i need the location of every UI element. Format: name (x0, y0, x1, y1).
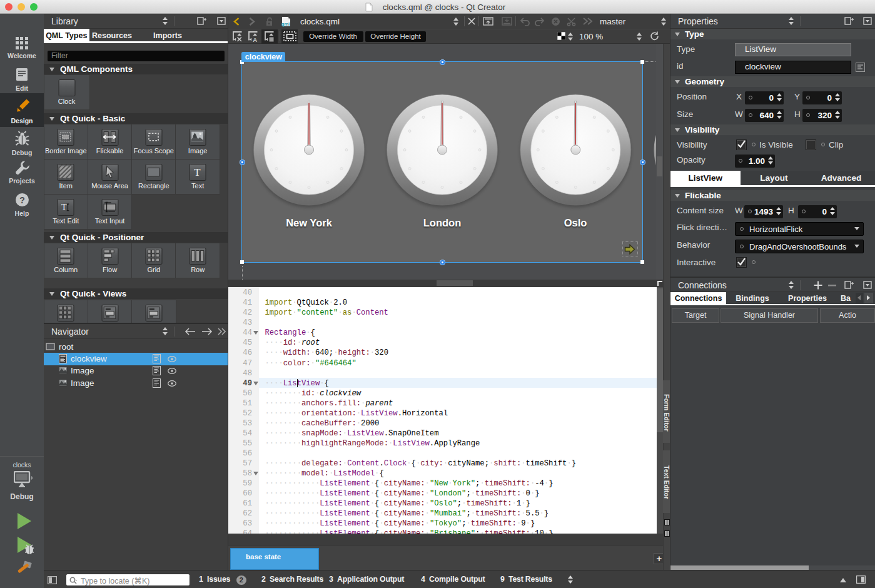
svg-text:?: ? (19, 195, 25, 205)
svg-text:qml: qml (281, 21, 290, 27)
svg-text:T: T (194, 166, 201, 178)
svg-text:T: T (61, 202, 67, 212)
svg-text:A: A (253, 36, 257, 43)
